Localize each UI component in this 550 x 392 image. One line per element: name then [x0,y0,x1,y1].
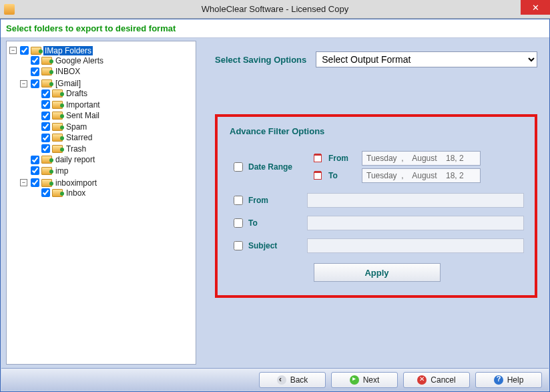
tree-checkbox[interactable] [41,100,50,109]
tree-checkbox[interactable] [41,188,50,197]
date-from-input[interactable] [362,151,481,166]
cancel-icon [417,375,427,385]
folder-icon [41,67,52,75]
subject-checkbox[interactable] [234,241,243,250]
output-format-select[interactable]: Select Output Format [316,51,537,67]
calendar-icon [314,172,322,180]
tree-node[interactable]: Sent Mail [65,111,101,120]
tree-node[interactable]: Trash [65,144,87,154]
tree-node[interactable]: Important [65,100,101,110]
folder-icon [52,112,63,120]
back-button[interactable]: Back [259,372,326,388]
date-range-row: Date Range From To [230,148,524,186]
tree-checkbox[interactable] [31,156,39,164]
window-title: WholeClear Software - Licensed Copy [0,4,550,14]
to-checkbox[interactable] [234,218,243,228]
tree-node[interactable]: INBOX [54,67,81,76]
tree-node[interactable]: inboximport [54,178,98,188]
folder-icon [52,123,63,131]
tree-node[interactable]: Spam [65,122,88,132]
tree-node[interactable]: Inbox [65,188,87,198]
help-button[interactable]: Help [475,372,542,388]
options-pane: Select Saving Options Select Output Form… [196,38,549,367]
tree-checkbox[interactable] [20,46,29,55]
tree-checkbox[interactable] [31,178,39,187]
saving-options-label: Select Saving Options [215,55,306,65]
folder-icon [41,179,52,187]
wizard-footer: Back Next Cancel Help [1,368,549,391]
tree-node[interactable]: Google Alerts [54,56,105,65]
date-range-checkbox[interactable] [234,162,243,172]
app-icon [4,4,15,15]
tree-toggle[interactable]: − [9,47,17,54]
folder-icon [41,57,52,65]
tree-checkbox[interactable] [41,112,50,120]
folder-icon [52,134,63,142]
folder-icon [52,101,63,109]
folder-icon [52,145,63,153]
folder-icon [41,167,52,175]
folder-tree[interactable]: − IMap Folders Google Alerts [6,41,196,365]
to-input[interactable] [307,216,524,230]
folder-icon [52,89,63,97]
calendar-icon [314,154,322,162]
tree-toggle[interactable]: − [20,80,27,87]
tree-checkbox[interactable] [41,134,50,142]
from-label: From [248,196,300,205]
folder-icon [52,189,63,197]
tree-node[interactable]: daily report [54,155,96,164]
tree-node[interactable]: [Gmail] [54,79,82,88]
close-button[interactable]: ✕ [521,0,550,15]
date-range-label: Date Range [248,162,300,172]
folder-icon [31,47,41,55]
tree-toggle[interactable]: − [20,179,27,186]
date-to-input[interactable] [362,168,481,183]
tree-checkbox[interactable] [41,144,50,153]
tree-checkbox[interactable] [31,67,39,76]
tree-node[interactable]: Drafts [65,89,89,98]
tree-node-root[interactable]: IMap Folders [43,46,93,55]
subject-label: Subject [248,241,300,250]
tree-checkbox[interactable] [31,79,39,88]
tree-node[interactable]: Starred [65,133,93,142]
from-checkbox[interactable] [234,196,243,205]
back-icon [277,375,286,385]
date-to-label: To [328,171,355,180]
close-icon: ✕ [532,3,539,13]
folder-icon [41,79,52,87]
from-input[interactable] [307,193,524,208]
main-area: − IMap Folders Google Alerts [1,38,549,367]
tree-node[interactable]: imp [54,166,69,176]
tree-checkbox[interactable] [41,89,50,98]
date-from-label: From [328,154,355,163]
tree-checkbox[interactable] [31,56,39,65]
window-body: Select folders to export to desired form… [0,19,550,392]
to-label: To [248,218,300,228]
folder-icon [41,156,52,164]
apply-button[interactable]: Apply [314,263,441,282]
advance-filter-box: Advance Filter Options Date Range From T… [215,114,537,298]
filter-title: Advance Filter Options [230,126,524,136]
subject-input[interactable] [307,238,524,253]
tree-checkbox[interactable] [41,122,50,131]
next-button[interactable]: Next [331,372,398,388]
tree-checkbox[interactable] [31,166,39,175]
instruction-text: Select folders to export to desired form… [1,19,549,38]
help-icon [494,375,503,385]
titlebar: WholeClear Software - Licensed Copy ✕ [0,0,550,19]
next-icon [350,375,359,385]
cancel-button[interactable]: Cancel [403,372,470,388]
